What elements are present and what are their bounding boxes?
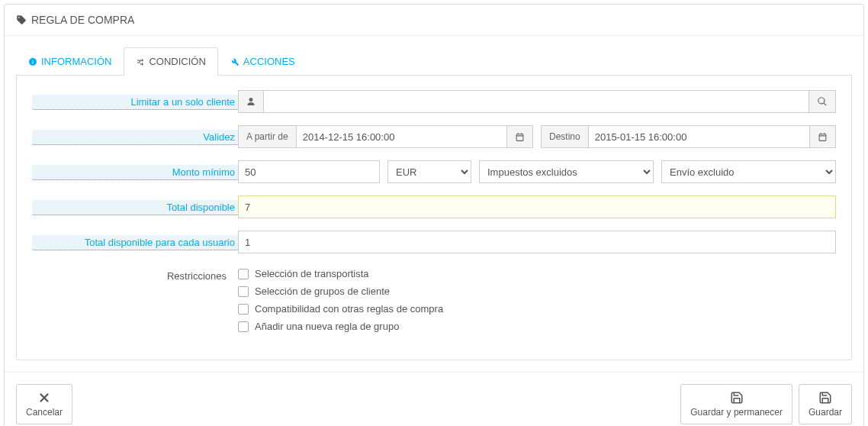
select-currency[interactable]: EUR: [387, 160, 471, 183]
tab-condition-label: CONDICIÓN: [149, 56, 205, 67]
tabs: INFORMACIÓN CONDICIÓN ACCIONES: [16, 47, 852, 76]
tag-icon: [16, 15, 27, 25]
row-total-available: Total disponible: [32, 195, 836, 218]
checkbox-carrier[interactable]: [238, 269, 249, 279]
input-validity-to[interactable]: [588, 125, 810, 148]
label-to: Destino: [541, 125, 588, 148]
input-per-user[interactable]: [238, 231, 836, 253]
input-min-amount[interactable]: [238, 160, 380, 183]
label-restrictions: Restricciones: [167, 270, 227, 282]
checkbox-carrier-label: Selección de transportista: [255, 268, 369, 279]
label-from: A partir de: [238, 125, 296, 148]
checkbox-compat-label: Compatibilidad con otras reglas de compr…: [255, 303, 443, 315]
checkbox-groups[interactable]: [238, 286, 249, 297]
select-shipping[interactable]: Envío excluido: [661, 160, 836, 183]
wrench-icon: [230, 57, 240, 66]
input-limit-customer[interactable]: [263, 90, 809, 113]
label-validity: Validez: [32, 130, 238, 145]
label-limit-customer: Limitar a un solo cliente: [32, 95, 238, 110]
tab-content-condition: Limitar a un solo cliente: [16, 75, 852, 360]
panel-title: REGLA DE COMPRA: [31, 14, 134, 26]
cancel-label: Cancelar: [26, 407, 63, 418]
input-validity-from[interactable]: [296, 125, 507, 148]
tab-info[interactable]: INFORMACIÓN: [16, 47, 124, 76]
row-validity: Validez A partir de Destino: [32, 125, 836, 148]
save-icon: [730, 391, 744, 405]
tab-actions-label: ACCIONES: [243, 56, 295, 67]
save-icon: [818, 391, 832, 405]
info-icon: [28, 57, 37, 66]
calendar-to-button[interactable]: [810, 125, 836, 148]
save-stay-button[interactable]: Guardar y permanecer: [680, 384, 792, 424]
shuffle-icon: [136, 57, 145, 66]
save-stay-label: Guardar y permanecer: [690, 407, 783, 418]
checkbox-add-group-label: Añadir una nueva regla de grupo: [255, 321, 399, 332]
panel-body: INFORMACIÓN CONDICIÓN ACCIONES Limitar a…: [5, 36, 863, 372]
tab-condition[interactable]: CONDICIÓN: [124, 47, 217, 76]
close-icon: [37, 391, 51, 405]
tab-info-label: INFORMACIÓN: [41, 56, 111, 67]
label-per-user: Total disponible para cada usuario: [32, 235, 238, 250]
save-label: Guardar: [809, 407, 842, 418]
row-restrictions: Restricciones Selección de transportista…: [32, 266, 836, 332]
save-button[interactable]: Guardar: [799, 384, 852, 424]
user-icon-addon: [238, 90, 263, 113]
cancel-button[interactable]: Cancelar: [16, 384, 72, 424]
tab-actions[interactable]: ACCIONES: [218, 47, 307, 76]
label-total-available: Total disponible: [32, 200, 238, 215]
panel-header: REGLA DE COMPRA: [5, 5, 863, 36]
checkbox-carrier-row[interactable]: Selección de transportista: [238, 268, 836, 279]
checkbox-add-group-row[interactable]: Añadir una nueva regla de grupo: [238, 321, 836, 332]
checkbox-groups-row[interactable]: Selección de grupos de cliente: [238, 286, 836, 297]
checkbox-compat-row[interactable]: Compatibilidad con otras reglas de compr…: [238, 303, 836, 315]
checkbox-compat[interactable]: [238, 304, 249, 315]
row-limit-customer: Limitar a un solo cliente: [32, 90, 836, 113]
panel-footer: Cancelar Guardar y permanecer Guardar: [5, 372, 863, 426]
calendar-from-button[interactable]: [507, 125, 533, 148]
input-total-available[interactable]: [238, 195, 836, 218]
checkbox-groups-label: Selección de grupos de cliente: [255, 286, 390, 297]
row-min-amount: Monto mínimo EUR Impuestos excluidos Env…: [32, 160, 836, 183]
row-per-user: Total disponible para cada usuario: [32, 231, 836, 253]
checkbox-add-group[interactable]: [238, 321, 249, 332]
search-customer-button[interactable]: [809, 90, 836, 113]
select-tax[interactable]: Impuestos excluidos: [479, 160, 654, 183]
label-min-amount: Monto mínimo: [32, 165, 238, 180]
cart-rule-panel: REGLA DE COMPRA INFORMACIÓN CONDICIÓN AC…: [4, 4, 864, 426]
